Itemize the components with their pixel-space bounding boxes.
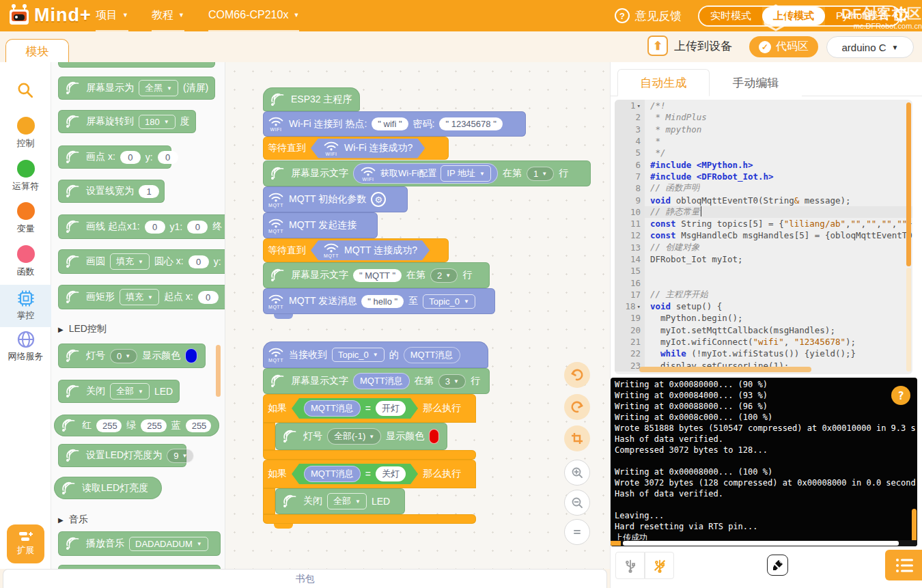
block-led-red[interactable]: 灯号 全部(-1)▼ 显示颜色 bbox=[275, 423, 447, 450]
palette-block-draw-point[interactable]: 画点 x: 0 y: 0 bbox=[58, 145, 171, 169]
code-line[interactable]: 16 bbox=[615, 277, 912, 288]
menu-tutorial[interactable]: 教程▼ bbox=[152, 0, 184, 31]
reporter-wifi-config[interactable]: WIFI 获取Wi-Fi配置 IP 地址▼ bbox=[353, 163, 498, 184]
dropdown[interactable]: 填充▼ bbox=[110, 253, 150, 270]
code-line[interactable]: 17// 主程序开始 bbox=[615, 289, 912, 300]
value-input[interactable]: 0 bbox=[145, 221, 165, 234]
value-input[interactable]: 255 bbox=[141, 419, 166, 432]
code-line[interactable]: 11const String topics[5] = {"liliang/ab"… bbox=[615, 218, 912, 229]
code-line[interactable]: 10// 静态常量 bbox=[615, 206, 912, 218]
color-picker[interactable] bbox=[429, 429, 439, 444]
condition-equals[interactable]: MQTT消息 = 关灯 bbox=[292, 464, 418, 484]
extensions-button[interactable]: 扩展 bbox=[7, 524, 44, 563]
palette-block-read-brightness[interactable]: 读取LED灯亮度 bbox=[54, 477, 162, 499]
dropdown[interactable]: Topic_0▼ bbox=[332, 348, 385, 362]
value-input[interactable]: 0 bbox=[120, 151, 141, 164]
sidebar-item-operators[interactable]: 运算符 bbox=[0, 160, 51, 193]
dropdown[interactable]: 3▼ bbox=[438, 374, 466, 389]
ssid-input[interactable]: " wifi " bbox=[372, 117, 408, 130]
value-input[interactable]: 关灯 bbox=[376, 466, 406, 481]
palette-block-draw-rect[interactable]: 画矩形 填充▼ 起点 x: 0 bbox=[58, 285, 225, 309]
block-led-off-all[interactable]: 关闭 全部▼ LED bbox=[275, 488, 405, 514]
palette-scrollbar[interactable] bbox=[216, 345, 221, 397]
upload-to-device-button[interactable]: ⬆ 上传到设备 bbox=[647, 36, 732, 56]
value-input[interactable]: 1 bbox=[139, 185, 159, 198]
code-area-toggle[interactable]: ✓ 代码区 bbox=[749, 36, 818, 57]
block-if-light-on[interactable]: 如果 MQTT消息 = 开灯 那么执行 bbox=[263, 394, 476, 423]
block-wifi-connect[interactable]: WIFI Wi-Fi 连接到 热点: " wifi " 密码: " 123456… bbox=[263, 111, 526, 137]
block-mqtt-connect[interactable]: MQTT MQTT 发起连接 bbox=[263, 212, 378, 238]
code-line[interactable]: 14DFRobot_Iot myIot; bbox=[615, 253, 912, 265]
code-line[interactable]: 22 while (!myIot.wifiStatus()) {yield();… bbox=[615, 348, 912, 359]
block-mqtt-init[interactable]: MQTT MQTT 初始化参数 ⚙ bbox=[263, 186, 408, 212]
mode-upload-button[interactable]: 上传模式 bbox=[762, 7, 825, 25]
terminal-horizontal-scrollbar[interactable] bbox=[623, 541, 899, 546]
value-input[interactable]: 0 bbox=[187, 221, 208, 234]
dropdown[interactable]: 2▼ bbox=[430, 268, 458, 283]
palette-block-draw-line[interactable]: 画线 起点x1: 0 y1: 0 终 bbox=[58, 214, 225, 239]
palette-block-draw-circle[interactable]: 画圆 填充▼ 圆心 x: 0 y: bbox=[58, 249, 225, 274]
value-input[interactable]: 0 bbox=[198, 291, 219, 304]
terminal-output[interactable]: Writing at 0x00080000... (90 %)Writing a… bbox=[611, 378, 917, 546]
palette-block-play-music[interactable]: 播放音乐 DADADADUM▼ bbox=[58, 531, 221, 556]
dropdown[interactable]: 全黑▼ bbox=[139, 80, 178, 96]
code-horizontal-scrollbar[interactable] bbox=[639, 367, 811, 372]
code-line[interactable]: 18▾void setup() { bbox=[615, 300, 912, 312]
dropdown[interactable]: 1▼ bbox=[527, 167, 554, 181]
code-vertical-scrollbar[interactable] bbox=[906, 102, 911, 266]
password-input[interactable]: " 12345678 " bbox=[439, 117, 502, 130]
tab-auto-generate[interactable]: 自动生成 bbox=[617, 69, 710, 96]
dropdown[interactable]: 180▼ bbox=[139, 115, 176, 129]
dropdown[interactable]: Topic_0▼ bbox=[423, 294, 475, 309]
text-input[interactable]: " MQTT " bbox=[353, 269, 402, 282]
code-line[interactable]: 4 * bbox=[615, 135, 912, 147]
section-music[interactable]: ▶ 音乐 bbox=[58, 514, 88, 526]
block-display-ip[interactable]: 屏幕显示文字 WIFI 获取Wi-Fi配置 IP 地址▼ 在第 1▼ 行 bbox=[263, 160, 591, 186]
sidebar-item-control[interactable]: 控制 bbox=[0, 117, 51, 150]
dropdown[interactable]: 0▼ bbox=[110, 349, 137, 363]
feedback-button[interactable]: ? 意见反馈 bbox=[615, 5, 682, 26]
block-if-light-off[interactable]: 如果 MQTT消息 = 关灯 那么执行 bbox=[263, 460, 476, 488]
message-input[interactable]: " hello " bbox=[361, 295, 404, 308]
palette-block-screen-rotate[interactable]: 屏幕旋转到 180▼ 度 bbox=[58, 110, 196, 133]
code-line[interactable]: 9void obloqMqttEventT0(String& message); bbox=[615, 194, 912, 206]
search-icon[interactable] bbox=[16, 81, 34, 99]
usb-connect-button[interactable] bbox=[615, 552, 645, 579]
condition-mqtt-connected[interactable]: MQTT MQTT 连接成功? bbox=[311, 240, 430, 260]
code-line[interactable]: 7#include <DFRobot_Iot.h> bbox=[615, 171, 912, 182]
block-display-mqtt[interactable]: 屏幕显示文字 " MQTT " 在第 2▼ 行 bbox=[263, 262, 490, 288]
block-on-mqtt-receive[interactable]: MQTT 当接收到 Topic_0▼ 的 MQTT消息 bbox=[263, 341, 488, 368]
code-line[interactable]: 21 myIot.wifiConnect("wifi", "12345678")… bbox=[615, 336, 912, 348]
block-mqtt-send[interactable]: MQTT MQTT 发送消息 " hello " 至 Topic_0▼ bbox=[263, 288, 495, 314]
code-line[interactable]: 19 mPython.begin(); bbox=[615, 312, 912, 324]
mode-python-button[interactable]: Python模式 bbox=[825, 7, 899, 25]
terminal-help-button[interactable]: ? bbox=[891, 386, 910, 405]
menu-project[interactable]: 项目▼ bbox=[96, 0, 128, 31]
terminal-vertical-scrollbar[interactable] bbox=[912, 509, 917, 543]
dropdown[interactable]: IP 地址▼ bbox=[441, 165, 491, 182]
sidebar-item-variables[interactable]: 变量 bbox=[0, 202, 51, 235]
block-esp32-main[interactable]: ESP32 主程序 bbox=[263, 87, 360, 111]
value-input[interactable]: 0 bbox=[188, 255, 209, 268]
dropdown[interactable]: 全部▼ bbox=[327, 493, 367, 509]
code-line[interactable]: 1▾/*! bbox=[615, 100, 912, 111]
sidebar-item-network[interactable]: 网络服务 bbox=[0, 330, 51, 363]
palette-block-led-brightness[interactable]: 设置LED灯亮度为 9▼ bbox=[58, 444, 186, 467]
language-select[interactable]: arduino C▼ bbox=[826, 36, 914, 58]
palette-block-led-off[interactable]: 关闭 全部▼ LED bbox=[58, 380, 180, 403]
block-wait-until-wifi[interactable]: 等待直到 WIFI Wi-Fi 连接成功? bbox=[263, 137, 449, 160]
code-line[interactable]: 3 * mpython bbox=[615, 124, 912, 135]
code-line[interactable]: 20 myIot.setMqttCallback(msgHandles); bbox=[615, 324, 912, 336]
condition-wifi-connected[interactable]: WIFI Wi-Fi 连接成功? bbox=[311, 139, 425, 158]
tab-manual-edit[interactable]: 手动编辑 bbox=[710, 69, 802, 96]
section-led-control[interactable]: ▶ LED控制 bbox=[58, 323, 107, 335]
color-picker[interactable] bbox=[185, 348, 197, 363]
palette-block-rgb[interactable]: 红 255 绿 255 蓝 255 bbox=[54, 415, 219, 436]
zoom-out-button[interactable] bbox=[564, 490, 590, 516]
dropdown[interactable]: 填充▼ bbox=[120, 289, 159, 305]
code-line[interactable]: 8// 函数声明 bbox=[615, 182, 912, 194]
reporter-mqtt-message[interactable]: MQTT消息 bbox=[404, 347, 460, 363]
value-input[interactable]: 开灯 bbox=[376, 401, 406, 416]
value-input[interactable]: 255 bbox=[96, 419, 122, 432]
reporter-mqtt-message[interactable]: MQTT消息 bbox=[304, 466, 361, 482]
